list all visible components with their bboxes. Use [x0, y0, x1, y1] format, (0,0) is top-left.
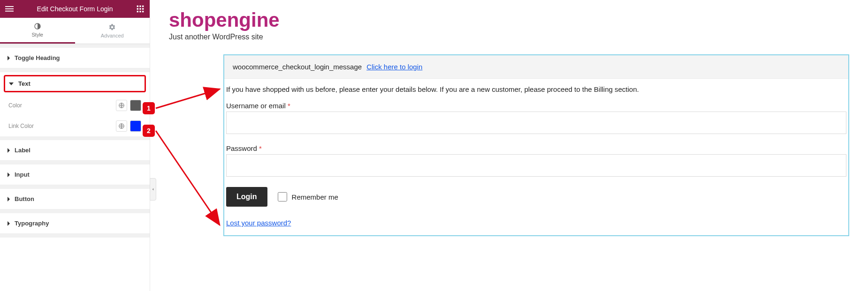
link-color-swatch[interactable] [130, 120, 141, 132]
required-mark: * [288, 102, 290, 110]
svg-rect-2 [5, 11, 14, 12]
annotation-badge-2: 2 [143, 125, 155, 137]
login-button[interactable]: Login [226, 187, 267, 207]
svg-rect-11 [142, 11, 144, 12]
section-label: Input [15, 171, 30, 178]
section-label: Button [15, 195, 34, 202]
apps-grid-icon[interactable] [136, 4, 145, 14]
svg-rect-10 [139, 11, 141, 12]
tab-style[interactable]: Style [0, 18, 75, 44]
login-intro-text: If you have shopped with us before, plea… [226, 85, 846, 100]
username-field[interactable] [226, 112, 846, 134]
site-header: shopengine Just another WordPress site [169, 9, 849, 41]
section-text-highlighted[interactable]: Text [4, 75, 146, 92]
remember-checkbox[interactable] [278, 192, 287, 201]
sidebar-title: Edit Checkout Form Login [37, 5, 113, 13]
section-input[interactable]: Input [0, 164, 150, 185]
editor-tabs: Style Advanced [0, 18, 150, 44]
section-button[interactable]: Button [0, 189, 150, 209]
login-form-widget: woocommerce_checkout_login_message Click… [223, 54, 849, 236]
remember-label: Remember me [292, 193, 338, 201]
annotation-badge-1: 1 [143, 102, 155, 114]
svg-rect-3 [137, 6, 138, 7]
control-link-color: Link Color [0, 116, 150, 136]
svg-rect-6 [137, 8, 138, 9]
username-group: Username or email * [226, 102, 846, 134]
caret-right-icon [8, 221, 10, 226]
globe-icon[interactable] [116, 120, 127, 132]
preview-area: shopengine Just another WordPress site w… [150, 0, 868, 291]
editor-sidebar: Edit Checkout Form Login Style Advanced … [0, 0, 150, 291]
required-mark: * [259, 144, 262, 152]
section-label: Text [18, 80, 30, 87]
svg-rect-7 [139, 8, 141, 9]
hamburger-icon[interactable] [5, 4, 14, 14]
caret-right-icon [8, 56, 10, 60]
tab-advanced-label: Advanced [101, 33, 124, 38]
section-label[interactable]: Label [0, 140, 150, 161]
username-label: Username or email * [226, 102, 846, 110]
section-typography[interactable]: Typography [0, 213, 150, 234]
svg-rect-4 [139, 6, 141, 7]
svg-rect-8 [142, 8, 144, 9]
color-swatch[interactable] [130, 100, 141, 111]
svg-rect-0 [5, 6, 14, 7]
svg-rect-1 [5, 8, 14, 9]
section-label: Typography [15, 220, 49, 227]
svg-rect-9 [137, 11, 138, 12]
caret-right-icon [8, 197, 10, 201]
caret-right-icon [8, 148, 10, 153]
site-title: shopengine [169, 9, 849, 31]
section-list: Toggle Heading Text Color Link Co [0, 44, 150, 238]
password-group: Password * [226, 144, 846, 177]
collapse-sidebar-handle[interactable] [150, 178, 156, 201]
login-toggle-link[interactable]: Click here to login [366, 63, 422, 71]
login-form-body: If you have shopped with us before, plea… [224, 79, 848, 235]
caret-down-icon [9, 82, 14, 85]
section-label: Toggle Heading [15, 54, 60, 61]
section-label: Label [15, 147, 30, 154]
login-action-row: Login Remember me [226, 187, 846, 207]
remember-me[interactable]: Remember me [278, 192, 338, 201]
lost-password-link[interactable]: Lost your password? [226, 219, 291, 227]
login-notice-bar: woocommerce_checkout_login_message Click… [224, 55, 848, 79]
control-label: Color [8, 102, 22, 109]
site-tagline: Just another WordPress site [169, 33, 849, 41]
section-toggle-heading[interactable]: Toggle Heading [0, 48, 150, 68]
control-color: Color [0, 95, 150, 116]
hook-name: woocommerce_checkout_login_message [233, 63, 362, 71]
svg-rect-5 [142, 6, 144, 7]
tab-advanced[interactable]: Advanced [75, 18, 150, 44]
caret-right-icon [8, 172, 10, 177]
password-field[interactable] [226, 154, 846, 177]
password-label: Password * [226, 144, 846, 152]
sidebar-header: Edit Checkout Form Login [0, 0, 150, 18]
globe-icon[interactable] [116, 100, 127, 111]
control-label: Link Color [8, 123, 34, 129]
tab-style-label: Style [32, 32, 43, 37]
